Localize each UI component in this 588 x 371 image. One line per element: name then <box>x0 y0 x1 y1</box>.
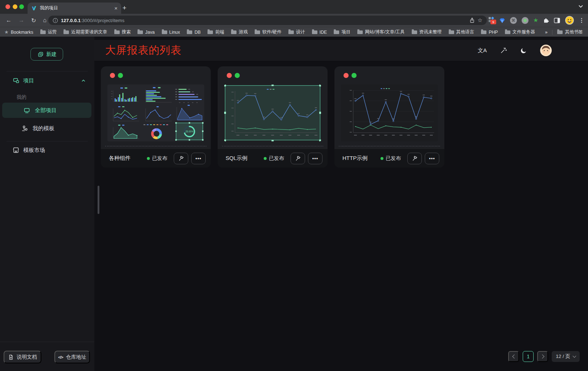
new-tab-button[interactable]: + <box>120 3 129 13</box>
extensions-puzzle-icon[interactable] <box>543 17 549 24</box>
extension-command-icon[interactable]: ⌘ <box>510 17 517 24</box>
bookmarks-root[interactable]: ★ Bookmarks <box>4 29 33 35</box>
sidebar-item-all-projects[interactable]: 全部项目 <box>2 103 91 118</box>
magic-wand-icon[interactable] <box>500 47 507 54</box>
url-bar[interactable]: 127.0.0.1:3000/#/project/items ☆ <box>48 16 487 25</box>
sidebar-item-my-templates[interactable]: 我的模板 <box>0 121 94 136</box>
home-icon[interactable]: ⌂ <box>43 17 46 24</box>
window-close-button[interactable] <box>5 4 10 9</box>
tab-close-icon[interactable]: × <box>114 5 118 11</box>
extension-star-icon[interactable]: ★ <box>533 17 538 23</box>
folder-icon <box>505 30 510 34</box>
extension-gem-icon[interactable] <box>499 17 505 24</box>
prev-page-button[interactable] <box>508 351 519 362</box>
browser-menu-icon[interactable]: ⋮ <box>579 17 584 24</box>
hammer-icon <box>295 155 301 161</box>
status-dot <box>381 157 383 160</box>
repo-button[interactable]: </> 仓库地址 <box>54 351 90 363</box>
chevron-right-icon <box>540 354 544 358</box>
page-title: 大屏报表的列表 <box>105 43 181 58</box>
page-size-select[interactable]: 12 / 页 <box>552 351 580 362</box>
share-icon[interactable] <box>469 17 475 23</box>
extensions-row: 9 ⌘ ★ ⋮ <box>488 14 584 27</box>
back-icon[interactable]: ← <box>6 17 12 24</box>
window-zoom-button[interactable] <box>19 4 24 9</box>
new-project-button[interactable]: 新建 <box>30 48 63 61</box>
sidebar-item-template-market[interactable]: 模板市场 <box>0 143 94 158</box>
bookmark-folder[interactable]: IDE <box>312 30 327 35</box>
project-card-list: 25.00% 各种组件 已发布 <box>101 66 444 168</box>
dotted-divider <box>105 146 206 147</box>
divider <box>552 30 552 35</box>
bookmark-folder[interactable]: 项目 <box>334 29 350 35</box>
thumbnail-sql-chart <box>224 84 321 141</box>
edit-button[interactable] <box>407 153 422 164</box>
more-button[interactable]: ••• <box>308 153 322 164</box>
extension-grid-icon[interactable]: 9 <box>488 16 494 24</box>
scrollbar-thumb[interactable] <box>98 186 99 214</box>
project-card[interactable]: SQL示例 已发布 ••• <box>218 66 328 168</box>
dark-mode-moon-icon[interactable] <box>520 47 527 54</box>
project-card[interactable]: 25.00% 各种组件 已发布 <box>101 66 211 168</box>
bookmark-folder[interactable]: 近期需要读的文章 <box>63 29 107 35</box>
status-badge: 已发布 <box>147 155 167 162</box>
bookmark-folder[interactable]: DB <box>187 30 201 35</box>
browser-tab[interactable]: 我的项目 × <box>28 3 121 14</box>
reload-icon[interactable]: ↻ <box>31 17 36 24</box>
bookmark-folder[interactable]: 文件服务器 <box>505 29 535 35</box>
next-page-button[interactable] <box>537 351 548 362</box>
edit-button[interactable] <box>291 153 305 164</box>
card-footer: 各种组件 已发布 ••• <box>101 149 211 168</box>
gauge-value: 25.00% <box>185 130 193 133</box>
card-footer: HTTP示例 已发布 ••• <box>334 149 444 168</box>
bookmark-folder[interactable]: PHP <box>481 30 498 35</box>
bookmark-folder[interactable]: 软件/硬件 <box>255 29 281 35</box>
bookmark-folder[interactable]: 资讯未整理 <box>412 29 442 35</box>
bookmark-folder[interactable]: 设计 <box>288 29 305 35</box>
folder-icon <box>63 30 69 34</box>
bookmark-folder[interactable]: 运营 <box>40 29 57 35</box>
bookmark-folder[interactable]: Linux <box>162 30 180 35</box>
folder-icon <box>137 30 143 34</box>
bookmark-star-icon[interactable]: ☆ <box>478 17 482 24</box>
window-minimize-button[interactable] <box>13 4 17 9</box>
bookmark-folder[interactable]: 搜索 <box>114 29 131 35</box>
bookmarks-star-icon: ★ <box>4 29 9 35</box>
bookmarks-overflow-icon[interactable]: » <box>545 30 548 35</box>
folder-icon <box>231 30 237 34</box>
project-card[interactable]: HTTP示例 已发布 ••• <box>334 66 444 168</box>
bookmark-folder[interactable]: Java <box>137 30 155 35</box>
docs-button[interactable]: 说明文档 <box>4 351 41 363</box>
bookmark-folder[interactable]: 网站/博客/文章/工具 <box>357 29 404 35</box>
site-info-icon[interactable] <box>53 18 58 23</box>
main-content: 大屏报表的列表 文A <box>94 37 588 371</box>
bookmark-folder[interactable]: 其他语言 <box>449 29 474 35</box>
user-avatar[interactable] <box>540 45 552 56</box>
url-host: 127.0.0.1 <box>61 18 81 23</box>
translate-icon[interactable]: 文A <box>478 47 487 54</box>
sidebar-section-project[interactable]: 项目 <box>0 73 94 88</box>
bookmark-folder[interactable]: 前端 <box>207 29 224 35</box>
current-page-button[interactable]: 1 <box>523 351 534 362</box>
tab-title: 我的项目 <box>40 5 58 11</box>
divider <box>7 141 88 141</box>
chevron-up-icon[interactable] <box>81 78 86 83</box>
folder-icon <box>288 30 294 34</box>
status-badge: 已发布 <box>381 155 401 162</box>
storefront-icon <box>12 147 20 154</box>
url-path: :3000/#/project/items <box>81 18 124 23</box>
bookmark-folder[interactable]: 游戏 <box>231 29 248 35</box>
extension-record-icon[interactable] <box>522 17 529 24</box>
tab-search-chevron-icon[interactable] <box>579 5 583 8</box>
project-thumbnail: 25.00% <box>107 84 204 141</box>
side-panel-icon[interactable] <box>554 18 560 23</box>
edit-button[interactable] <box>174 153 188 164</box>
profile-avatar-icon[interactable] <box>565 16 574 25</box>
folder-icon <box>207 30 213 34</box>
pagination: 1 12 / 页 <box>508 351 580 362</box>
folder-icon <box>114 30 120 34</box>
more-button[interactable]: ••• <box>425 153 439 164</box>
status-dot <box>147 157 150 160</box>
more-button[interactable]: ••• <box>191 153 206 164</box>
other-bookmarks[interactable]: 其他书签 <box>557 29 583 35</box>
